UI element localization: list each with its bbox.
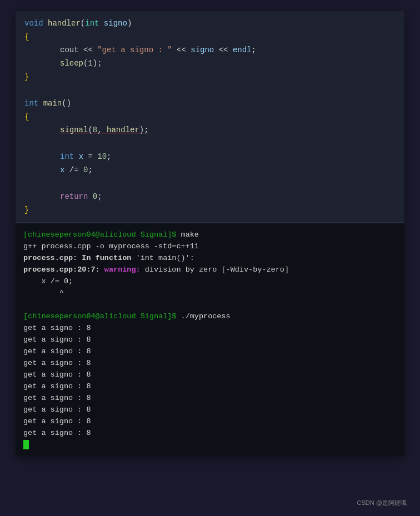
code-line-9: int x = 10 ; — [16, 150, 404, 163]
code-line-5: } — [16, 70, 404, 83]
term-line-caret: ^ — [23, 287, 397, 299]
kw-void: void — [24, 17, 43, 29]
code-line-2: { — [16, 30, 404, 43]
main-panel: void handler ( int signo ) { cout << "ge… — [16, 11, 404, 456]
term-output-2: get a signo : 8 — [23, 334, 397, 345]
term-line-make-cmd: [chineseperson04@alicloud Signal]$ make — [23, 229, 397, 241]
terminal-section: [chineseperson04@alicloud Signal]$ make … — [16, 223, 404, 456]
term-output-6: get a signo : 8 — [23, 380, 397, 392]
term-output-1: get a signo : 8 — [23, 322, 397, 334]
code-line-8: signal ( 8 , handler ) ; — [16, 123, 404, 137]
term-line-run-cmd: [chineseperson04@alicloud Signal]$ ./myp… — [23, 310, 397, 322]
term-output-7: get a signo : 8 — [23, 392, 397, 404]
term-line-warn1: process.cpp: In function 'int main()': — [23, 252, 397, 264]
term-output-5: get a signo : 8 — [23, 369, 397, 380]
code-line-blank3 — [16, 177, 404, 190]
watermark: CSDN @是阿建哦 — [357, 499, 407, 507]
param-signo: signo — [104, 17, 127, 29]
term-line-blank — [23, 299, 397, 310]
code-line-blank1 — [16, 83, 404, 97]
code-line-6: int main () — [16, 97, 404, 110]
screenshot-container: void handler ( int signo ) { cout << "ge… — [0, 0, 420, 516]
term-output-8: get a signo : 8 — [23, 404, 397, 415]
terminal-cursor — [23, 440, 29, 449]
term-output-4: get a signo : 8 — [23, 357, 397, 369]
code-editor: void handler ( int signo ) { cout << "ge… — [16, 11, 404, 223]
term-line-warn3: x /= 0; — [23, 275, 397, 287]
fn-handler: handler — [48, 17, 81, 29]
code-line-3: cout << "get a signo : " << signo << end… — [16, 43, 404, 57]
code-line-10: x /= 0 ; — [16, 163, 404, 177]
param-type-int: int — [85, 17, 99, 29]
term-line-warn2: process.cpp:20:7: warning: division by z… — [23, 264, 397, 275]
term-line-compile: g++ process.cpp -o myprocess -std=c++11 — [23, 241, 397, 252]
term-cursor-line — [23, 439, 397, 450]
term-output-10: get a signo : 8 — [23, 427, 397, 439]
code-line-12: } — [16, 203, 404, 217]
code-line-blank2 — [16, 137, 404, 150]
code-line-11: return 0 ; — [16, 190, 404, 203]
term-output-9: get a signo : 8 — [23, 415, 397, 427]
code-line-1: void handler ( int signo ) — [16, 17, 404, 30]
code-line-7: { — [16, 110, 404, 123]
code-line-4: sleep ( 1 ); — [16, 57, 404, 70]
term-output-3: get a signo : 8 — [23, 345, 397, 357]
